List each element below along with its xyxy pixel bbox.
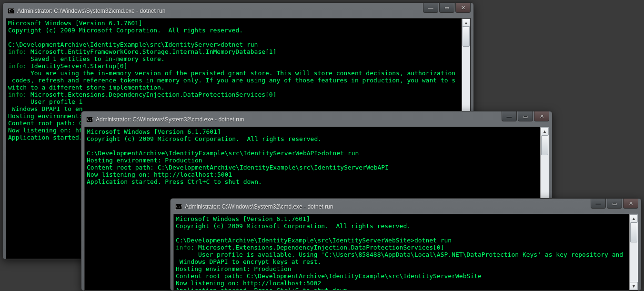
window-controls: — ▭ ✕ — [590, 199, 638, 209]
vertical-scrollbar[interactable]: ▲ ▼ — [629, 214, 638, 290]
svg-text:C:\: C:\ — [9, 9, 14, 13]
scroll-up-button[interactable]: ▲ — [630, 214, 638, 222]
cmd-icon: C:\ — [175, 204, 182, 210]
svg-text:C:\: C:\ — [87, 118, 93, 122]
scroll-thumb[interactable] — [463, 27, 470, 47]
cmd-window-3[interactable]: C:\ Administrator: C:\Windows\System32\c… — [170, 198, 642, 291]
scroll-up-button[interactable]: ▲ — [462, 19, 470, 27]
scroll-thumb[interactable] — [541, 135, 548, 155]
scroll-thumb[interactable] — [630, 222, 637, 242]
maximize-button[interactable]: ▭ — [518, 111, 533, 121]
cmd-icon: C:\ — [8, 8, 14, 14]
minimize-button[interactable]: — — [423, 3, 438, 13]
maximize-button[interactable]: ▭ — [439, 3, 454, 13]
scroll-track[interactable] — [630, 222, 638, 282]
close-button[interactable]: ✕ — [623, 199, 638, 209]
minimize-button[interactable]: — — [591, 199, 606, 209]
scroll-down-button[interactable]: ▼ — [630, 282, 638, 290]
close-button[interactable]: ✕ — [455, 3, 471, 13]
scroll-up-button[interactable]: ▲ — [541, 127, 549, 135]
window-controls: — ▭ ✕ — [501, 111, 549, 121]
svg-text:C:\: C:\ — [176, 205, 182, 209]
console-output: Microsoft Windows [Version 6.1.7601] Cop… — [174, 214, 629, 290]
close-button[interactable]: ✕ — [534, 111, 549, 121]
maximize-button[interactable]: ▭ — [607, 199, 622, 209]
window-title: Administrator: C:\Windows\System32\cmd.e… — [96, 116, 548, 123]
window-title: Administrator: C:\Windows\System32\cmd.e… — [17, 8, 470, 14]
titlebar[interactable]: C:\ Administrator: C:\Windows\System32\c… — [173, 201, 638, 214]
window-title: Administrator: C:\Windows\System32\cmd.e… — [185, 203, 637, 210]
titlebar[interactable]: C:\ Administrator: C:\Windows\System32\c… — [6, 6, 471, 18]
cmd-icon: C:\ — [86, 117, 93, 122]
minimize-button[interactable]: — — [502, 111, 517, 121]
window-controls: — ▭ ✕ — [422, 3, 471, 13]
titlebar[interactable]: C:\ Administrator: C:\Windows\System32\c… — [84, 114, 549, 127]
